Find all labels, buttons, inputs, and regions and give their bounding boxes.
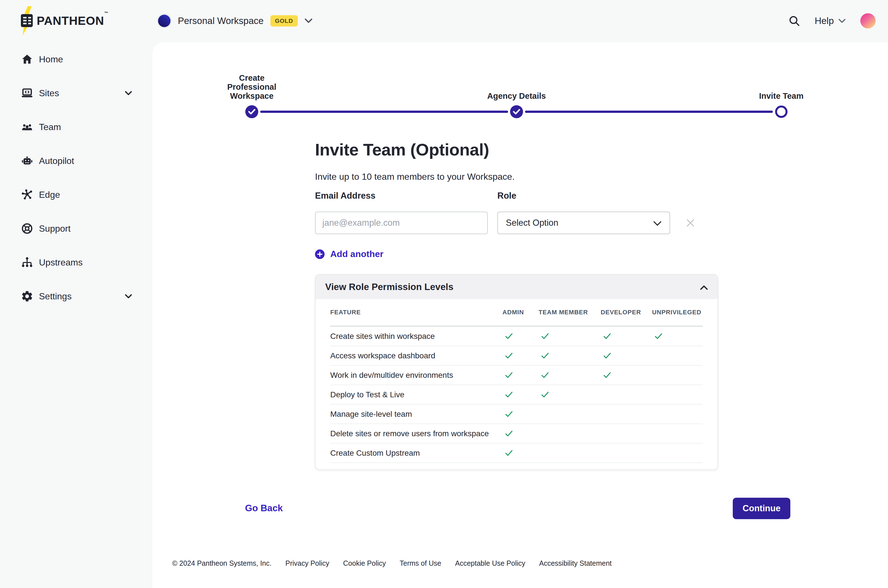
workspace-name: Personal Workspace xyxy=(178,15,264,26)
check-icon xyxy=(502,411,539,417)
footer-link-terms-of-use[interactable]: Terms of Use xyxy=(400,559,441,567)
help-menu[interactable]: Help xyxy=(814,15,846,26)
workspace-tier-badge: GOLD xyxy=(270,15,298,27)
chevron-down-icon xyxy=(125,294,132,298)
chevron-down-icon xyxy=(125,91,132,95)
role-select-value: Select Option xyxy=(506,218,653,228)
check-icon xyxy=(601,352,652,359)
check-icon xyxy=(539,352,601,359)
edge-network-icon xyxy=(20,188,34,201)
email-field[interactable] xyxy=(315,212,488,234)
remove-row-icon[interactable] xyxy=(684,216,697,230)
sidebar-item-support[interactable]: Support xyxy=(0,212,152,246)
check-icon xyxy=(601,333,652,339)
table-row: Work in dev/multidev environments xyxy=(330,366,703,385)
step-label-agency-details: Agency Details xyxy=(460,92,573,100)
page-title: Invite Team (Optional) xyxy=(315,140,489,159)
table-row: Create sites within workspace xyxy=(330,327,703,346)
step-2-complete-icon xyxy=(510,105,523,118)
support-lifebuoy-icon xyxy=(20,222,34,236)
email-label: Email Address xyxy=(315,191,376,201)
stepper-line xyxy=(260,111,508,113)
copyright-text: © 2024 Pantheon Systems, Inc. xyxy=(172,559,272,567)
sites-icon xyxy=(20,86,34,100)
check-icon xyxy=(502,372,539,378)
table-row: Deploy to Test & Live xyxy=(330,385,703,405)
check-icon xyxy=(502,430,539,437)
check-icon xyxy=(502,450,539,456)
app-root: PANTHEON™ Personal Workspace GOLD Help xyxy=(0,0,888,588)
check-icon xyxy=(539,372,601,378)
footer-link-privacy-policy[interactable]: Privacy Policy xyxy=(285,559,329,567)
autopilot-robot-icon xyxy=(20,154,34,168)
table-row: Delete sites or remove users from worksp… xyxy=(330,424,703,444)
upstreams-sitemap-icon xyxy=(20,256,34,269)
step-label-invite-team: Invite Team xyxy=(725,92,838,100)
sidebar: Home Sites xyxy=(0,42,152,588)
table-row: Create Custom Upstream xyxy=(330,444,703,463)
chevron-down-icon xyxy=(838,19,846,23)
check-icon xyxy=(601,372,652,378)
step-label-create-workspace: Create Professional Workspace xyxy=(222,74,281,100)
check-icon xyxy=(539,333,601,339)
home-icon xyxy=(20,52,34,66)
chevron-up-icon xyxy=(700,282,708,292)
footer: © 2024 Pantheon Systems, Inc. Privacy Po… xyxy=(172,559,612,567)
footer-link-acceptable-use-policy[interactable]: Acceptable Use Policy xyxy=(455,559,525,567)
sidebar-item-team[interactable]: Team xyxy=(0,110,152,144)
continue-button[interactable]: Continue xyxy=(733,498,790,519)
step-3-pending-icon xyxy=(775,105,787,118)
sidebar-item-settings[interactable]: Settings xyxy=(0,279,152,313)
check-icon xyxy=(502,392,539,398)
role-label: Role xyxy=(497,191,516,201)
sidebar-item-upstreams[interactable]: Upstreams xyxy=(0,246,152,279)
chevron-down-icon xyxy=(305,18,313,23)
search-icon[interactable] xyxy=(784,11,804,31)
permissions-header-row: FEATURE ADMIN TEAM MEMBER DEVELOPER UNPR… xyxy=(330,299,703,327)
help-label: Help xyxy=(814,15,834,26)
table-row: Manage site-level team xyxy=(330,405,703,424)
add-another-button[interactable]: Add another xyxy=(315,249,383,259)
plus-icon xyxy=(315,249,325,259)
step-1-complete-icon xyxy=(245,105,258,118)
check-icon xyxy=(539,392,601,398)
role-select[interactable]: Select Option xyxy=(497,212,670,234)
main-content: Create Professional Workspace Agency Det… xyxy=(152,42,888,588)
workspace-switcher[interactable]: Personal Workspace GOLD xyxy=(158,9,313,33)
table-row: Access workspace dashboard xyxy=(330,346,703,366)
check-icon xyxy=(502,352,539,359)
logo-wordmark: PANTHEON™ xyxy=(37,14,108,28)
pantheon-bolt-icon xyxy=(19,6,36,36)
workspace-avatar xyxy=(158,15,170,27)
role-permissions-card: View Role Permission Levels FEATURE ADMI… xyxy=(315,274,718,470)
check-icon xyxy=(652,333,703,339)
go-back-link[interactable]: Go Back xyxy=(245,503,283,513)
role-permissions-accordion-toggle[interactable]: View Role Permission Levels xyxy=(316,275,718,299)
sidebar-item-autopilot[interactable]: Autopilot xyxy=(0,144,152,178)
page-subtitle: Invite up to 10 team members to your Wor… xyxy=(315,171,515,182)
team-icon xyxy=(20,120,34,134)
chevron-down-icon xyxy=(653,218,662,228)
sidebar-item-edge[interactable]: Edge xyxy=(0,178,152,212)
stepper-line xyxy=(525,111,773,113)
gear-icon xyxy=(20,290,34,303)
sidebar-item-home[interactable]: Home xyxy=(0,42,152,76)
user-avatar[interactable] xyxy=(860,13,876,28)
sidebar-item-sites[interactable]: Sites xyxy=(0,76,152,110)
footer-link-cookie-policy[interactable]: Cookie Policy xyxy=(343,559,386,567)
check-icon xyxy=(502,333,539,339)
footer-link-accessibility-statement[interactable]: Accessibility Statement xyxy=(539,559,612,567)
pantheon-logo[interactable]: PANTHEON™ xyxy=(19,6,108,36)
